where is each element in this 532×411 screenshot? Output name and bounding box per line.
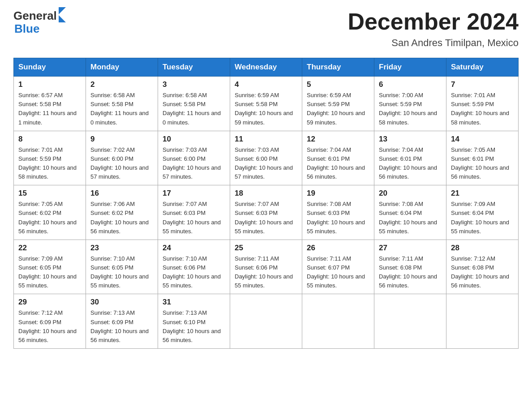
day-number: 4	[235, 80, 297, 89]
day-info: Sunrise: 6:58 AMSunset: 5:58 PMDaylight:…	[163, 92, 221, 125]
week-row-4: 22 Sunrise: 7:09 AMSunset: 6:05 PMDaylig…	[14, 240, 519, 294]
calendar-table: Sunday Monday Tuesday Wednesday Thursday…	[13, 58, 519, 349]
col-tuesday: Tuesday	[158, 58, 230, 77]
day-number: 29	[18, 298, 81, 307]
col-monday: Monday	[86, 58, 158, 77]
day-info: Sunrise: 7:11 AMSunset: 6:07 PMDaylight:…	[307, 255, 365, 289]
col-friday: Friday	[374, 58, 446, 77]
calendar-cell: 30 Sunrise: 7:13 AMSunset: 6:09 PMDaylig…	[86, 294, 158, 349]
day-number: 15	[18, 189, 81, 198]
day-number: 7	[451, 80, 514, 89]
day-number: 6	[379, 80, 442, 89]
day-number: 24	[163, 244, 225, 253]
day-info: Sunrise: 7:05 AMSunset: 6:02 PMDaylight:…	[18, 201, 77, 234]
calendar-cell: 4 Sunrise: 6:59 AMSunset: 5:58 PMDayligh…	[230, 77, 302, 131]
calendar-cell: 13 Sunrise: 7:04 AMSunset: 6:01 PMDaylig…	[374, 131, 446, 185]
day-info: Sunrise: 7:09 AMSunset: 6:05 PMDaylight:…	[18, 255, 77, 289]
day-info: Sunrise: 7:01 AMSunset: 5:59 PMDaylight:…	[18, 146, 77, 180]
day-number: 5	[307, 80, 369, 89]
calendar-cell: 26 Sunrise: 7:11 AMSunset: 6:07 PMDaylig…	[302, 240, 374, 294]
day-number: 17	[163, 189, 225, 198]
week-row-3: 15 Sunrise: 7:05 AMSunset: 6:02 PMDaylig…	[14, 185, 519, 240]
day-info: Sunrise: 6:58 AMSunset: 5:58 PMDaylight:…	[90, 92, 149, 125]
calendar-cell: 2 Sunrise: 6:58 AMSunset: 5:58 PMDayligh…	[86, 77, 158, 131]
day-info: Sunrise: 7:13 AMSunset: 6:10 PMDaylight:…	[163, 309, 221, 343]
day-info: Sunrise: 7:03 AMSunset: 6:00 PMDaylight:…	[163, 146, 221, 180]
calendar-cell: 8 Sunrise: 7:01 AMSunset: 5:59 PMDayligh…	[14, 131, 86, 185]
day-number: 21	[451, 189, 514, 198]
day-info: Sunrise: 7:03 AMSunset: 6:00 PMDaylight:…	[235, 146, 293, 180]
col-thursday: Thursday	[302, 58, 374, 77]
logo: General Blue	[13, 9, 66, 35]
day-info: Sunrise: 7:04 AMSunset: 6:01 PMDaylight:…	[379, 146, 437, 180]
day-info: Sunrise: 7:12 AMSunset: 6:08 PMDaylight:…	[451, 255, 509, 289]
day-info: Sunrise: 7:02 AMSunset: 6:00 PMDaylight:…	[90, 146, 149, 180]
logo-text-blue: Blue	[14, 22, 66, 35]
day-info: Sunrise: 7:01 AMSunset: 5:59 PMDaylight:…	[451, 92, 509, 125]
calendar-cell: 6 Sunrise: 7:00 AMSunset: 5:59 PMDayligh…	[374, 77, 446, 131]
day-number: 26	[307, 244, 369, 253]
day-info: Sunrise: 7:08 AMSunset: 6:04 PMDaylight:…	[379, 201, 437, 234]
calendar-cell: 16 Sunrise: 7:06 AMSunset: 6:02 PMDaylig…	[86, 185, 158, 240]
calendar-cell: 12 Sunrise: 7:04 AMSunset: 6:01 PMDaylig…	[302, 131, 374, 185]
day-info: Sunrise: 7:13 AMSunset: 6:09 PMDaylight:…	[90, 309, 149, 343]
week-row-2: 8 Sunrise: 7:01 AMSunset: 5:59 PMDayligh…	[14, 131, 519, 185]
calendar-header-row: Sunday Monday Tuesday Wednesday Thursday…	[14, 58, 519, 77]
week-row-5: 29 Sunrise: 7:12 AMSunset: 6:09 PMDaylig…	[14, 294, 519, 349]
day-number: 16	[90, 189, 153, 198]
calendar-cell: 17 Sunrise: 7:07 AMSunset: 6:03 PMDaylig…	[158, 185, 230, 240]
day-info: Sunrise: 6:59 AMSunset: 5:58 PMDaylight:…	[235, 92, 293, 125]
logo-text-general: General	[13, 9, 57, 22]
day-number: 13	[379, 135, 442, 144]
day-number: 2	[90, 80, 153, 89]
day-number: 19	[307, 189, 369, 198]
day-info: Sunrise: 7:11 AMSunset: 6:06 PMDaylight:…	[235, 255, 293, 289]
day-number: 28	[451, 244, 514, 253]
calendar-title: December 2024	[348, 9, 519, 34]
day-info: Sunrise: 7:07 AMSunset: 6:03 PMDaylight:…	[163, 201, 221, 234]
col-wednesday: Wednesday	[230, 58, 302, 77]
calendar-cell	[446, 294, 519, 349]
title-section: December 2024 San Andres Timilpan, Mexic…	[348, 9, 519, 49]
day-info: Sunrise: 6:57 AMSunset: 5:58 PMDaylight:…	[18, 92, 77, 125]
day-number: 18	[235, 189, 297, 198]
calendar-cell: 14 Sunrise: 7:05 AMSunset: 6:01 PMDaylig…	[446, 131, 519, 185]
day-info: Sunrise: 7:08 AMSunset: 6:03 PMDaylight:…	[307, 201, 365, 234]
calendar-cell: 15 Sunrise: 7:05 AMSunset: 6:02 PMDaylig…	[14, 185, 86, 240]
calendar-cell: 10 Sunrise: 7:03 AMSunset: 6:00 PMDaylig…	[158, 131, 230, 185]
day-info: Sunrise: 7:04 AMSunset: 6:01 PMDaylight:…	[307, 146, 365, 180]
day-number: 20	[379, 189, 442, 198]
day-info: Sunrise: 7:11 AMSunset: 6:08 PMDaylight:…	[379, 255, 437, 289]
day-number: 23	[90, 244, 153, 253]
day-info: Sunrise: 7:05 AMSunset: 6:01 PMDaylight:…	[451, 146, 509, 180]
day-number: 30	[90, 298, 153, 307]
calendar-cell: 22 Sunrise: 7:09 AMSunset: 6:05 PMDaylig…	[14, 240, 86, 294]
calendar-cell: 9 Sunrise: 7:02 AMSunset: 6:00 PMDayligh…	[86, 131, 158, 185]
day-number: 3	[163, 80, 225, 89]
col-sunday: Sunday	[14, 58, 86, 77]
day-number: 25	[235, 244, 297, 253]
calendar-cell	[230, 294, 302, 349]
day-info: Sunrise: 7:12 AMSunset: 6:09 PMDaylight:…	[18, 309, 77, 343]
day-number: 10	[163, 135, 225, 144]
day-number: 8	[18, 135, 81, 144]
day-number: 14	[451, 135, 514, 144]
day-number: 22	[18, 244, 81, 253]
calendar-cell: 19 Sunrise: 7:08 AMSunset: 6:03 PMDaylig…	[302, 185, 374, 240]
calendar-cell: 29 Sunrise: 7:12 AMSunset: 6:09 PMDaylig…	[14, 294, 86, 349]
calendar-cell	[302, 294, 374, 349]
day-info: Sunrise: 7:09 AMSunset: 6:04 PMDaylight:…	[451, 201, 509, 234]
page-header: General Blue December 2024 San Andres Ti…	[13, 9, 519, 49]
calendar-cell: 7 Sunrise: 7:01 AMSunset: 5:59 PMDayligh…	[446, 77, 519, 131]
day-info: Sunrise: 7:10 AMSunset: 6:05 PMDaylight:…	[90, 255, 149, 289]
day-number: 31	[163, 298, 225, 307]
day-info: Sunrise: 7:07 AMSunset: 6:03 PMDaylight:…	[235, 201, 293, 234]
calendar-cell: 11 Sunrise: 7:03 AMSunset: 6:00 PMDaylig…	[230, 131, 302, 185]
calendar-cell	[374, 294, 446, 349]
calendar-subtitle: San Andres Timilpan, Mexico	[348, 37, 519, 49]
day-number: 1	[18, 80, 81, 89]
day-number: 11	[235, 135, 297, 144]
calendar-cell: 21 Sunrise: 7:09 AMSunset: 6:04 PMDaylig…	[446, 185, 519, 240]
calendar-cell: 18 Sunrise: 7:07 AMSunset: 6:03 PMDaylig…	[230, 185, 302, 240]
day-info: Sunrise: 7:00 AMSunset: 5:59 PMDaylight:…	[379, 92, 437, 125]
